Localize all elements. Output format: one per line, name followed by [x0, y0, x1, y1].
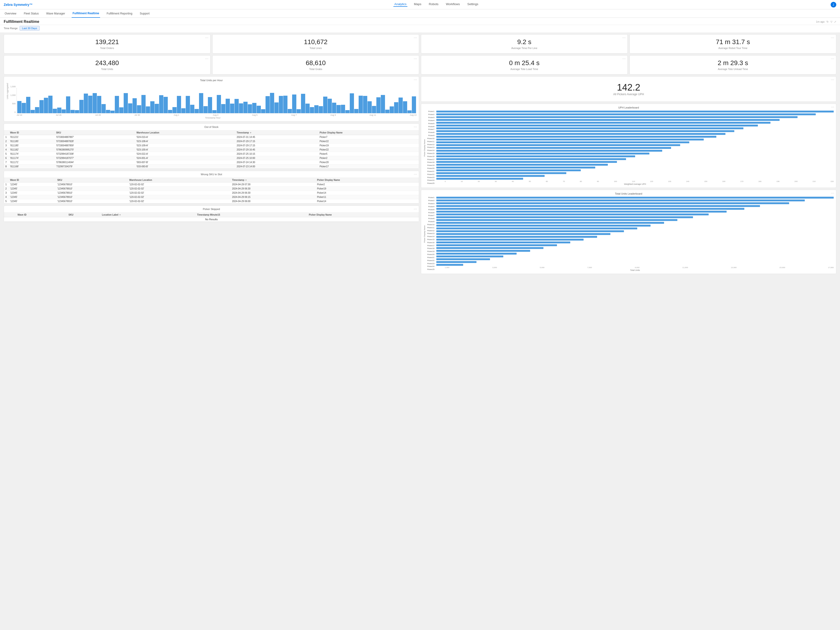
bar-item — [190, 105, 194, 113]
picker-label: Picker8 — [427, 131, 434, 134]
leaderboard-bar-row — [436, 136, 834, 138]
col-warehouse-location[interactable]: Warehouse Location — [135, 130, 235, 135]
leaderboard-bar — [436, 119, 780, 121]
leaderboard-bar-row — [436, 124, 834, 127]
col-sku[interactable]: SKU — [55, 130, 135, 135]
picker-label: Picker9 — [427, 221, 434, 223]
table-header-row: Wave ID SKU Warehouse Location Timestamp… — [4, 178, 419, 182]
picker-label: Picker1 — [427, 196, 434, 199]
col-timestamp[interactable]: Timestamp ▼ — [231, 178, 316, 182]
card-menu-icon[interactable]: ⋯ — [831, 57, 834, 61]
leaderboard-bar — [436, 164, 608, 166]
picker-label: Picker6 — [427, 126, 434, 128]
subnav-fleet-status[interactable]: Fleet Status — [23, 9, 39, 18]
card-menu-icon[interactable]: ⋯ — [831, 191, 834, 195]
picker-label: Picker22 — [427, 174, 434, 176]
leaderboard-bar-row — [436, 175, 834, 177]
card-menu-icon[interactable]: ⋯ — [205, 36, 208, 39]
col-timestamp[interactable]: Timestamp Minute15 — [196, 213, 307, 217]
refresh-icon[interactable]: ↻ — [826, 20, 829, 23]
bar-item — [372, 106, 376, 113]
avg-time-per-line-value: 9.2 s — [425, 38, 624, 46]
subnav-fulfillment-reporting[interactable]: Fulfillment Reporting — [106, 9, 133, 18]
card-menu-icon[interactable]: ⋯ — [414, 207, 417, 211]
col-warehouse-location[interactable]: Warehouse Location — [128, 178, 231, 182]
leaderboard-bar-row — [436, 249, 834, 252]
bar-item — [345, 110, 349, 113]
uph-card: ⋯ 142.2 All Pickers Average UPH — [421, 76, 836, 102]
subnav-wave-manager[interactable]: Wave Manager — [45, 9, 66, 18]
card-menu-icon[interactable]: ⋯ — [831, 36, 834, 39]
leaderboard-bar-row — [436, 169, 834, 172]
avg-tote-load-label: Average Tote Load Time — [425, 68, 624, 71]
leaderboard-bar — [436, 202, 789, 204]
bar-item — [75, 110, 79, 113]
col-num — [4, 178, 9, 182]
total-units-label: Total Units — [8, 68, 207, 71]
col-sku[interactable]: SKU — [67, 213, 100, 217]
nav-analytics[interactable]: Analytics — [393, 2, 407, 7]
subnav-fulfillment-realtime[interactable]: Fulfillment Realtime — [72, 9, 100, 18]
picker-label: Picker20 — [427, 253, 434, 256]
leaderboard-bar — [436, 222, 664, 224]
total-units-leaderboard-title: Total Units Leaderboard — [423, 192, 834, 195]
nav-workflows[interactable]: Workflows — [445, 2, 461, 7]
card-menu-icon[interactable]: ⋯ — [831, 105, 834, 109]
brand-logo: Zebra Symmetry™ — [4, 3, 33, 6]
card-menu-icon[interactable]: ⋯ — [414, 172, 417, 176]
card-menu-icon[interactable]: ⋯ — [831, 78, 834, 82]
card-menu-icon[interactable]: ⋯ — [414, 125, 417, 129]
bar-item — [150, 101, 155, 113]
table-row: 6 '811174' '0732994187077' '024-001-A' 2… — [4, 156, 419, 160]
col-wave-id[interactable]: Wave ID — [16, 213, 67, 217]
user-avatar[interactable]: Z — [831, 2, 836, 8]
table-row: 3 '12345' '12345678910' '120-02-02-02' 2… — [4, 191, 419, 195]
filter-icon[interactable]: ▽ — [831, 20, 832, 23]
card-menu-icon[interactable]: ⋯ — [622, 57, 625, 61]
bar-item — [239, 103, 243, 113]
main-content: ⋯ 139,221 Total Orders ⋯ 110,672 Total L… — [0, 32, 840, 630]
picker-label: Picker18 — [427, 161, 434, 164]
leaderboard-bar — [436, 155, 635, 157]
uph-y-axis-title: Picker Display Name — [423, 111, 426, 185]
stats-row-1: ⋯ 139,221 Total Orders ⋯ 110,672 Total L… — [4, 34, 836, 54]
leaderboard-bar — [436, 239, 584, 240]
col-picker[interactable]: Picker Display Name — [316, 178, 419, 182]
subnav-support[interactable]: Support — [139, 9, 150, 18]
card-menu-icon[interactable]: ⋯ — [414, 78, 417, 82]
picker-label: Picker15 — [427, 238, 434, 241]
bar-item — [398, 98, 403, 113]
col-wave-id[interactable]: Wave ID — [9, 178, 56, 182]
bar-item — [71, 110, 75, 113]
picker-label: Picker24 — [427, 265, 434, 268]
leaderboard-bar — [436, 250, 530, 252]
card-menu-icon[interactable]: ⋯ — [205, 57, 208, 61]
col-picker[interactable]: Picker Display Name — [318, 130, 419, 135]
leaderboard-bar-row — [436, 253, 834, 255]
nav-robots[interactable]: Robots — [428, 2, 439, 7]
nav-maps[interactable]: Maps — [413, 2, 422, 7]
card-menu-icon[interactable]: ⋯ — [622, 36, 625, 39]
total-units-x-axis: 1,0003,0005,0007,0009,00011,00013,00015,… — [436, 267, 834, 268]
col-picker[interactable]: Picker Display Name — [307, 213, 419, 217]
subnav-overview[interactable]: Overview — [4, 9, 17, 18]
wrong-sku-card: ⋯ Wrong SKU in Slot Wave ID SKU Warehous… — [4, 171, 419, 204]
nav-settings[interactable]: Settings — [466, 2, 479, 7]
col-timestamp[interactable]: Timestamp ▼ — [235, 130, 318, 135]
picker-label: Picker10 — [427, 224, 434, 226]
bar-item — [212, 110, 216, 113]
leaderboard-bar — [436, 178, 523, 180]
col-location-label[interactable]: Location Label ▼ — [101, 213, 196, 217]
picker-label: Picker3 — [427, 117, 434, 119]
card-menu-icon[interactable]: ⋯ — [414, 57, 417, 61]
col-sku[interactable]: SKU — [56, 178, 128, 182]
expand-icon[interactable]: ⤢ — [834, 20, 836, 23]
no-results-text: No Results — [4, 217, 419, 222]
time-range-button[interactable]: Last 30 Days — [20, 26, 39, 30]
leaderboard-bar-row — [436, 158, 834, 160]
card-menu-icon[interactable]: ⋯ — [414, 36, 417, 39]
table-header-row: Wave ID SKU Location Label ▼ Timestamp M… — [4, 213, 419, 217]
leaderboard-bar-row — [436, 224, 834, 227]
top-right-area: Z — [831, 2, 836, 8]
col-wave-id[interactable]: Wave ID — [9, 130, 55, 135]
